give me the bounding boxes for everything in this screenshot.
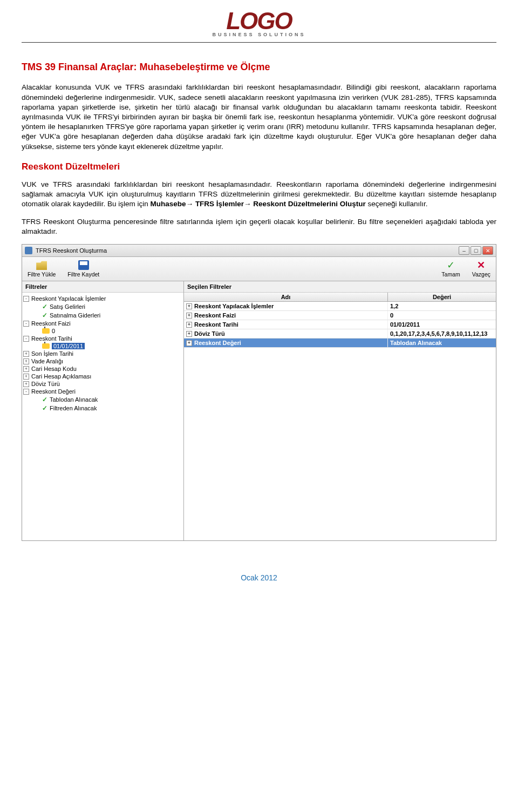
document-title: TMS 39 Finansal Araçlar: Muhasebeleştirm… — [22, 62, 496, 73]
check-icon — [42, 312, 47, 319]
tree-item[interactable]: 01/01/2011 — [23, 342, 182, 350]
tree-item[interactable]: +Son İşlem Tarihi — [23, 350, 182, 357]
logo-main: LOGO — [22, 11, 496, 31]
content-panes: Filtreler -Reeskont Yapılacak İşlemlerSa… — [22, 281, 496, 540]
expand-icon[interactable]: + — [23, 366, 29, 372]
tree-item-label: Reeskont Yapılacak İşlemler — [31, 295, 106, 302]
tree-item[interactable]: +Döviz Türü — [23, 380, 182, 388]
toolbar: Filtre Yükle Filtre Kaydet ✓ Tamam ✕ Vaz… — [22, 257, 496, 281]
grid-row[interactable]: +Reeskont Tarihi01/01/2011 — [184, 320, 496, 329]
ok-label: Tamam — [441, 271, 460, 278]
grid-col-name: Adı — [184, 293, 388, 301]
cancel-button[interactable]: ✕ Vazgeç — [472, 260, 490, 278]
collapse-icon[interactable]: - — [23, 321, 29, 327]
selected-filters-pane: Seçilen Filtreler Adı Değeri +Reeskont Y… — [184, 281, 496, 540]
tree-item[interactable]: Filtreden Alınacak — [23, 404, 182, 412]
logo-header: LOGO BUSINESS SOLUTIONS — [22, 0, 496, 40]
tree-item[interactable]: -Reeskont Değeri — [23, 388, 182, 395]
maximize-button[interactable] — [471, 246, 481, 255]
tree-item[interactable]: -Reeskont Faizi — [23, 320, 182, 327]
tree-item[interactable]: Satış Gelirleri — [23, 302, 182, 311]
filter-save-button[interactable]: Filtre Kaydet — [67, 260, 99, 278]
app-icon — [25, 247, 32, 254]
tree-item-label: 0 — [52, 328, 55, 334]
tree-item[interactable]: Tablodan Alınacak — [23, 395, 182, 404]
tree-item-label: Satış Gelirleri — [50, 303, 85, 310]
para1-text: Alacaklar konusunda VUK ve TFRS arasında… — [22, 83, 496, 111]
expand-icon[interactable]: + — [186, 340, 192, 346]
header-divider — [22, 42, 496, 43]
grid-cell-value: 1,2 — [388, 302, 496, 310]
expand-icon[interactable]: + — [23, 381, 29, 387]
grid-col-value: Değeri — [388, 293, 496, 301]
tree-item-label: Döviz Türü — [31, 381, 60, 387]
filter-load-label: Filtre Yükle — [28, 271, 56, 278]
tree-item-label: Filtreden Alınacak — [50, 405, 97, 411]
tag-icon — [42, 328, 50, 334]
grid-cell-value: Tablodan Alınacak — [388, 339, 496, 347]
folder-open-icon — [36, 260, 47, 270]
tree-item-label: Cari Hesap Kodu — [31, 366, 77, 372]
tag-icon — [42, 343, 50, 349]
grid-row[interactable]: +Döviz Türü0,1,20,17,2,3,4,5,6,7,8,9,10,… — [184, 329, 496, 339]
tree-item[interactable]: -Reeskont Yapılacak İşlemler — [23, 295, 182, 302]
app-window: TFRS Reeskont Oluşturma Filtre Yükle Fil… — [22, 244, 496, 541]
tree-item[interactable]: +Cari Hesap Açıklaması — [23, 373, 182, 380]
window-titlebar: TFRS Reeskont Oluşturma — [22, 245, 496, 257]
tree-item[interactable]: Satınalma Giderleri — [23, 311, 182, 320]
grid-row[interactable]: +Reeskont Yapılacak İşlemler1,2 — [184, 302, 496, 311]
check-icon — [42, 404, 47, 412]
tree-item[interactable]: -Reeskont Tarihi — [23, 335, 182, 342]
tree-item[interactable]: 0 — [23, 327, 182, 335]
tree-item[interactable]: +Cari Hesap Kodu — [23, 365, 182, 373]
window-controls — [459, 246, 493, 255]
grid-cell-value: 0 — [388, 311, 496, 320]
save-icon — [78, 260, 89, 270]
selected-filters-header: Seçilen Filtreler — [184, 281, 496, 293]
minimize-button[interactable] — [459, 246, 469, 255]
cancel-label: Vazgeç — [472, 271, 490, 278]
expand-icon[interactable]: + — [186, 303, 192, 309]
expand-icon[interactable]: + — [23, 374, 29, 380]
grid-cell-name: Döviz Türü — [194, 330, 225, 337]
filter-save-label: Filtre Kaydet — [67, 271, 99, 278]
check-icon — [42, 303, 47, 310]
expand-icon[interactable]: + — [23, 351, 29, 357]
filters-header: Filtreler — [22, 281, 183, 293]
tree-item[interactable]: +Vade Aralığı — [23, 357, 182, 365]
tree-item-label: Reeskont Tarihi — [31, 335, 72, 342]
tree-item-label: Cari Hesap Açıklaması — [31, 373, 91, 380]
tree-item-label: Vade Aralığı — [31, 358, 63, 364]
tree-item-label: Reeskont Faizi — [31, 320, 71, 327]
expand-icon[interactable]: + — [186, 331, 192, 337]
grid-cell-value: 01/01/2011 — [388, 320, 496, 329]
page-footer: Ocak 2012 — [22, 573, 496, 582]
ok-button[interactable]: ✓ Tamam — [441, 260, 460, 278]
check-icon: ✓ — [447, 260, 455, 270]
tree-item-label: Satınalma Giderleri — [50, 312, 100, 319]
expand-icon[interactable]: + — [186, 313, 192, 319]
collapse-icon[interactable]: - — [23, 389, 29, 395]
collapse-icon[interactable]: - — [23, 296, 29, 302]
grid-row[interactable]: +Reeskont DeğeriTablodan Alınacak — [184, 339, 496, 348]
filters-tree[interactable]: -Reeskont Yapılacak İşlemlerSatış Gelirl… — [22, 293, 183, 415]
section-heading: Reeskont Düzeltmeleri — [22, 161, 496, 172]
window-title: TFRS Reeskont Oluşturma — [36, 247, 107, 254]
logo-subtitle: BUSINESS SOLUTIONS — [22, 32, 496, 37]
grid-row[interactable]: +Reeskont Faizi0 — [184, 311, 496, 320]
selected-filters-grid[interactable]: +Reeskont Yapılacak İşlemler1,2+Reeskont… — [184, 302, 496, 348]
expand-icon[interactable]: + — [186, 322, 192, 328]
filter-load-button[interactable]: Filtre Yükle — [28, 260, 56, 278]
grid-cell-value: 0,1,20,17,2,3,4,5,6,7,8,9,10,11,12,13 — [388, 329, 496, 338]
cancel-icon: ✕ — [477, 260, 485, 270]
filters-tree-pane: Filtreler -Reeskont Yapılacak İşlemlerSa… — [22, 281, 184, 540]
expand-icon[interactable]: + — [23, 358, 29, 364]
close-button[interactable] — [482, 246, 493, 255]
grid-cell-name: Reeskont Değeri — [194, 340, 241, 346]
grid-cell-name: Reeskont Faizi — [194, 312, 236, 319]
collapse-icon[interactable]: - — [23, 336, 29, 342]
para2-bold-path: Muhasebe→ TFRS İşlemler→ Reeskont Düzelt… — [151, 200, 366, 208]
tree-item-label: 01/01/2011 — [52, 343, 85, 349]
grid-header: Adı Değeri — [184, 293, 496, 302]
check-icon — [42, 396, 47, 403]
